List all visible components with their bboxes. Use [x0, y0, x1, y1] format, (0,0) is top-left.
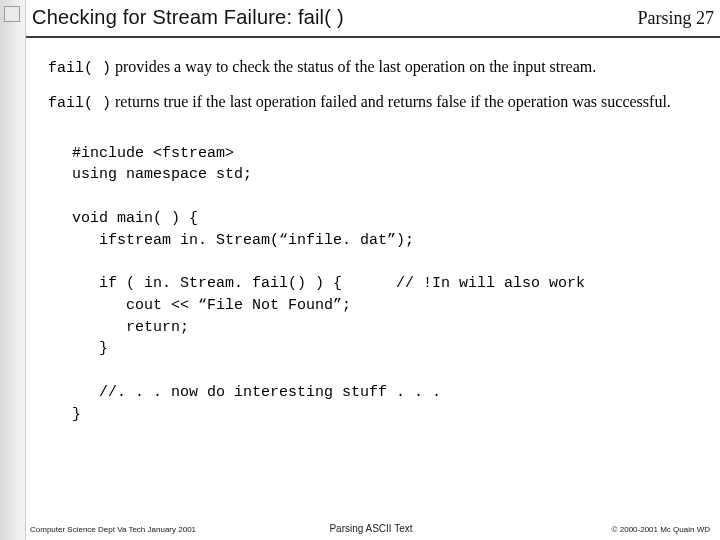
footer-center: Parsing ASCII Text: [329, 523, 412, 534]
paragraph-2: fail( ) returns true if the last operati…: [48, 91, 694, 114]
code-inline-fail: fail( ): [48, 60, 111, 77]
para1-text: provides a way to check the status of th…: [111, 58, 596, 75]
footer-left: Computer Science Dept Va Tech January 20…: [30, 525, 196, 534]
slide-header: Checking for Stream Failure: fail( ) Par…: [26, 0, 720, 38]
slide-content: fail( ) provides a way to check the stat…: [26, 46, 716, 510]
paragraph-1: fail( ) provides a way to check the stat…: [48, 56, 694, 79]
slide-handle-box: [4, 6, 20, 22]
slide-footer: Computer Science Dept Va Tech January 20…: [26, 514, 716, 538]
footer-right: © 2000-2001 Mc Quain WD: [612, 525, 710, 534]
section-label: Parsing: [638, 8, 692, 28]
page-number: 27: [696, 8, 714, 28]
slide-left-edge: [0, 0, 26, 540]
slide-title: Checking for Stream Failure: fail( ): [32, 6, 344, 29]
code-inline-fail-2: fail( ): [48, 95, 111, 112]
slide-section-page: Parsing 27: [638, 8, 715, 29]
para2-text: returns true if the last operation faile…: [111, 93, 671, 110]
code-block: #include <fstream> using namespace std; …: [72, 143, 694, 426]
